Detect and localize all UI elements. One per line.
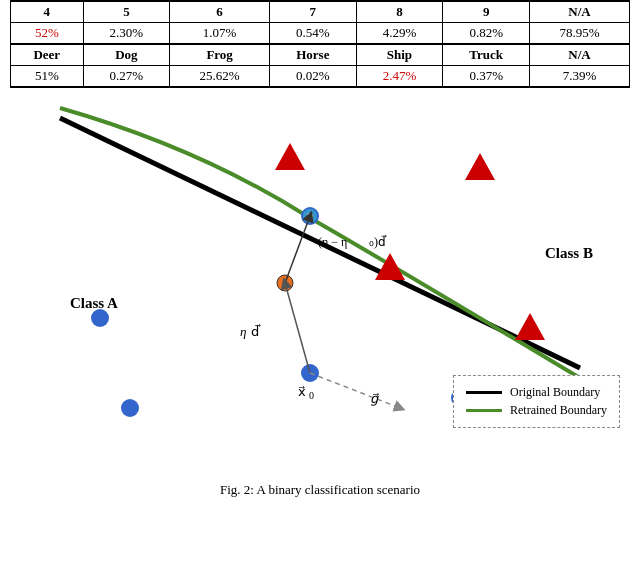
x0-label: x⃗	[298, 384, 306, 399]
val-truck: 0.37%	[443, 66, 530, 88]
val-6: 1.07%	[170, 23, 270, 45]
svg-point-6	[121, 399, 139, 417]
col-ship: Ship	[356, 44, 443, 66]
class-a-label: Class A	[70, 295, 118, 311]
val-ship: 2.47%	[356, 66, 443, 88]
val-frog: 25.62%	[170, 66, 270, 88]
diagram-section: Class A Class B (η − η ₀)d⃗ η d⃗ g⃗ x⃗ 0…	[0, 88, 640, 478]
col-header-6: 6	[170, 1, 270, 23]
svg-text:0: 0	[309, 390, 314, 401]
val-8: 4.29%	[356, 23, 443, 45]
col-dog: Dog	[83, 44, 170, 66]
col-horse: Horse	[270, 44, 357, 66]
col-frog: Frog	[170, 44, 270, 66]
col-header-8: 8	[356, 1, 443, 23]
svg-marker-4	[515, 313, 545, 340]
val-na1: 78.95%	[530, 23, 630, 45]
val-7: 0.54%	[270, 23, 357, 45]
legend-original: Original Boundary	[466, 385, 607, 400]
col-deer: Deer	[11, 44, 84, 66]
class-b-label: Class B	[545, 245, 593, 261]
val-5: 2.30%	[83, 23, 170, 45]
val-9: 0.82%	[443, 23, 530, 45]
col-truck: Truck	[443, 44, 530, 66]
col-header-na: N/A	[530, 1, 630, 23]
val-4: 52%	[11, 23, 84, 45]
val-dog: 0.27%	[83, 66, 170, 88]
original-label: Original Boundary	[510, 385, 600, 400]
col-header-7: 7	[270, 1, 357, 23]
retrained-label: Retrained Boundary	[510, 403, 607, 418]
legend-retrained: Retrained Boundary	[466, 403, 607, 418]
col-header-5: 5	[83, 1, 170, 23]
col-na2: N/A	[530, 44, 630, 66]
svg-point-5	[91, 309, 109, 327]
svg-marker-1	[275, 143, 305, 170]
eta-label: (η − η	[318, 235, 347, 249]
val-horse: 0.02%	[270, 66, 357, 88]
val-na2: 7.39%	[530, 66, 630, 88]
svg-line-13	[285, 283, 310, 373]
legend: Original Boundary Retrained Boundary	[453, 375, 620, 428]
col-header-9: 9	[443, 1, 530, 23]
retrained-line	[466, 409, 502, 412]
svg-text:₀)d⃗: ₀)d⃗	[369, 234, 387, 249]
svg-marker-2	[465, 153, 495, 180]
svg-line-14	[310, 373, 400, 408]
figure-caption: Fig. 2: A binary classification scenario	[0, 478, 640, 504]
val-deer: 51%	[11, 66, 84, 88]
col-header-4: 4	[11, 1, 84, 23]
g-label: g⃗	[370, 391, 379, 406]
svg-text:d⃗: d⃗	[251, 324, 261, 339]
table-section: 4 5 6 7 8 9 N/A 52% 2.30% 1.07% 0.54% 4.…	[0, 0, 640, 88]
original-line	[466, 391, 502, 394]
eta-d-label: η	[240, 324, 246, 339]
